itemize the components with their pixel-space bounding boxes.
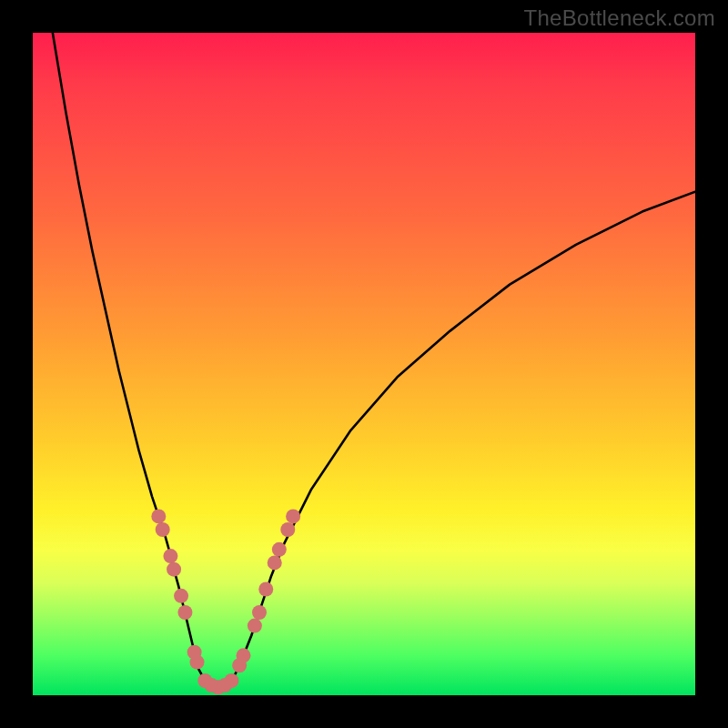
data-point-marker [163,549,177,563]
data-point-marker [252,605,267,620]
data-point-marker [151,509,166,523]
attribution-watermark: TheBottleneck.com [523,5,715,31]
data-point-marker [174,589,188,603]
data-point-marker [286,509,300,523]
chart-frame: TheBottleneck.com [0,0,728,728]
data-point-marker [224,673,238,688]
data-point-marker [156,522,170,537]
bottleneck-curve [53,33,695,688]
data-point-marker [167,562,181,577]
data-point-marker [177,605,192,620]
data-point-marker [258,582,273,597]
data-point-marker [280,522,295,537]
data-point-marker [237,648,251,662]
data-point-marker [248,619,262,633]
data-point-marker [268,555,282,570]
curve-layer [33,33,695,695]
data-point-marker [272,542,287,557]
marker-group [151,509,300,694]
data-point-marker [190,655,205,670]
